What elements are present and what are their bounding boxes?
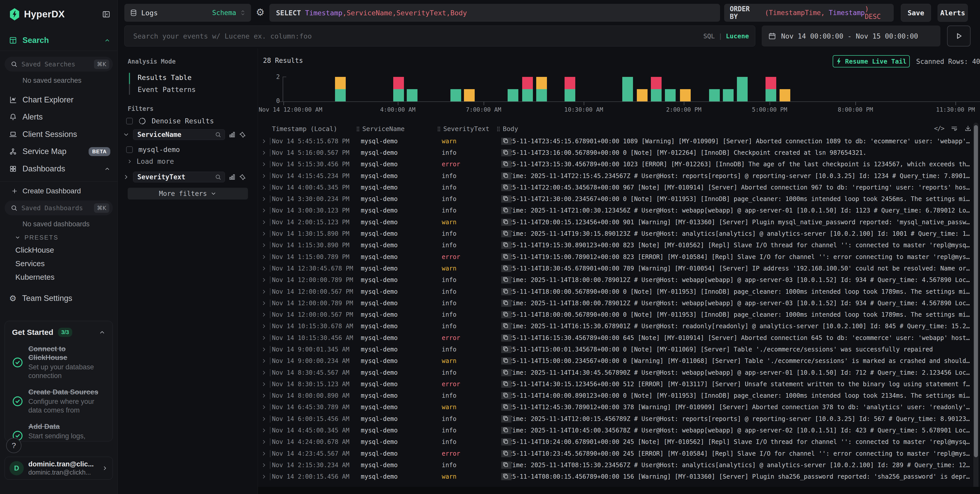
lucene-toggle[interactable]: Lucene [726, 32, 749, 40]
copy-button[interactable] [501, 300, 511, 307]
histogram-bar-info[interactable] [565, 89, 575, 101]
select-query-box[interactable]: SELECT Timestamp ,ServiceName,SeverityTe… [269, 4, 720, 22]
drag-handle-icon[interactable] [496, 126, 500, 132]
sidebar-item-client-sessions[interactable]: Client Sessions [9, 128, 110, 141]
column-header-body[interactable]: Body [496, 125, 518, 132]
chevron-down-icon[interactable] [123, 131, 129, 138]
expand-row-icon[interactable] [261, 138, 267, 144]
copy-button[interactable] [501, 450, 511, 457]
bar-chart-icon[interactable] [229, 131, 236, 138]
denoise-results-option[interactable]: Denoise Results [126, 117, 214, 125]
expand-row-icon[interactable] [261, 231, 267, 237]
histogram-bar-info[interactable] [407, 89, 417, 101]
histogram-bar-info[interactable] [765, 89, 776, 101]
expand-row-icon[interactable] [261, 150, 267, 156]
mysql-demo-checkbox[interactable] [126, 147, 133, 153]
table-row[interactable]: Nov 14 3:30:00.234 PM mysql-demo info 20… [258, 193, 980, 205]
table-row[interactable]: Nov 14 9:00:01.345 AM mysql-demo info 20… [258, 344, 980, 355]
expand-row-icon[interactable] [261, 323, 267, 329]
table-row[interactable]: Nov 14 1:15:30.890 PM mysql-demo info 20… [258, 240, 980, 251]
histogram-bar-warn[interactable] [335, 77, 346, 89]
chevron-up-icon[interactable] [104, 37, 110, 43]
histogram-bar-info[interactable] [508, 89, 519, 101]
copy-button[interactable] [501, 403, 511, 411]
table-row[interactable]: Nov 14 4:15:45.234 PM mysql-demo info # … [258, 170, 980, 182]
histogram-bar-info[interactable] [393, 89, 404, 101]
source-select[interactable]: Logs Schema [124, 4, 251, 22]
histogram-bar-error[interactable] [651, 77, 662, 89]
sidebar-item-dashboards[interactable]: Dashboards [9, 162, 110, 175]
pin-icon[interactable] [239, 174, 247, 181]
table-row[interactable]: Nov 14 12:00:00.567 PM mysql-demo info 2… [258, 286, 980, 297]
histogram-bar-warn[interactable] [680, 89, 691, 101]
expand-row-icon[interactable] [261, 404, 267, 410]
expand-row-icon[interactable] [261, 288, 267, 295]
copy-button[interactable] [501, 219, 511, 226]
copy-button[interactable] [501, 357, 511, 365]
copy-button[interactable] [501, 265, 511, 272]
copy-button[interactable] [501, 230, 511, 237]
table-row[interactable]: Nov 14 8:30:15.123 AM mysql-demo error 2… [258, 378, 980, 390]
task-create-data-sources[interactable]: Create Data Sources Configure where your… [12, 388, 105, 414]
copy-button[interactable] [501, 149, 511, 156]
copy-button[interactable] [501, 346, 511, 353]
chevron-up-icon[interactable] [104, 166, 110, 172]
order-by-box[interactable]: ORDER BY (TimestampTime, Timestamp ) DES… [724, 4, 894, 22]
copy-button[interactable] [501, 138, 511, 145]
sql-toggle[interactable]: SQL [703, 32, 715, 40]
event-search-input[interactable] [133, 32, 703, 40]
histogram-bar-info[interactable] [450, 89, 461, 101]
presets-header[interactable]: PRESETS [15, 234, 59, 241]
table-row[interactable]: Nov 14 5:16:00.567 PM mysql-demo info 20… [258, 147, 980, 158]
expand-row-icon[interactable] [261, 265, 267, 271]
save-button[interactable]: Save [901, 4, 931, 22]
table-row[interactable]: Nov 14 10:15:30.678 AM mysql-demo info #… [258, 320, 980, 332]
sidebar-item-team-settings[interactable]: ⚙ Team Settings [9, 292, 110, 305]
table-row[interactable]: Nov 14 3:00:30.123 PM mysql-demo info # … [258, 205, 980, 216]
histogram-bar-info[interactable] [737, 77, 748, 101]
user-menu[interactable]: D dominic.tran@clic... dominic.tran@clic… [5, 457, 113, 480]
copy-button[interactable] [501, 311, 511, 318]
table-row[interactable]: Nov 14 2:00:15.456 AM mysql-demo warn 20… [258, 471, 980, 483]
copy-button[interactable] [501, 427, 511, 434]
more-filters-button[interactable]: More filters [128, 188, 248, 199]
histogram-bar-warn[interactable] [536, 77, 547, 89]
expand-row-icon[interactable] [261, 219, 267, 225]
table-row[interactable]: Nov 14 12:00:00.567 PM mysql-demo info 2… [258, 309, 980, 320]
histogram-bar-error[interactable] [522, 77, 533, 89]
expand-row-icon[interactable] [261, 381, 267, 387]
preset-clickhouse[interactable]: ClickHouse [15, 246, 54, 254]
table-row[interactable]: Nov 14 9:00:00.234 AM mysql-demo warn 20… [258, 355, 980, 367]
task-connect-clickhouse[interactable]: Connect to ClickHouse Set up your databa… [12, 344, 105, 380]
table-row[interactable]: Nov 14 5:45:15.678 PM mysql-demo warn 20… [258, 135, 980, 147]
copy-button[interactable] [501, 473, 511, 480]
facet-search-box[interactable]: SeverityText [133, 172, 225, 182]
copy-button[interactable] [501, 335, 511, 341]
histogram-bar-warn[interactable] [780, 89, 790, 101]
horizontal-scrollbar[interactable] [258, 487, 980, 494]
expand-row-icon[interactable] [261, 196, 267, 202]
copy-button[interactable] [501, 207, 511, 214]
histogram-bar-error[interactable] [765, 77, 776, 89]
expand-row-icon[interactable] [261, 161, 267, 167]
histogram-bar-info[interactable] [665, 89, 676, 101]
task-add-data[interactable]: Add Data Start sending logs, metrics, or… [12, 422, 105, 441]
copy-button[interactable] [501, 438, 511, 445]
expand-row-icon[interactable] [261, 185, 267, 191]
table-row[interactable]: Nov 14 2:15:30.234 AM mysql-demo info # … [258, 459, 980, 471]
sidebar-item-chart-explorer[interactable]: Chart Explorer [9, 93, 110, 107]
sidebar-item-service-map[interactable]: Service Map BETA [9, 145, 110, 158]
expand-row-icon[interactable] [261, 312, 267, 318]
chevron-up-icon[interactable] [99, 329, 105, 336]
expand-row-icon[interactable] [261, 346, 267, 352]
sidebar-item-alerts[interactable]: Alerts [9, 110, 110, 124]
table-row[interactable]: Nov 14 4:45:00.345 AM mysql-demo info # … [258, 424, 980, 436]
copy-button[interactable] [501, 172, 511, 180]
source-settings-gear-icon[interactable]: ⚙ [256, 6, 264, 18]
expand-row-icon[interactable] [261, 358, 267, 364]
table-row[interactable]: Nov 14 5:15:30.456 PM mysql-demo error 2… [258, 159, 980, 170]
copy-button[interactable] [501, 276, 511, 284]
saved-dashboards-input[interactable]: ⌘K [5, 201, 113, 215]
column-header-servicename[interactable]: ServiceName [356, 125, 405, 132]
expand-row-icon[interactable] [261, 254, 267, 260]
